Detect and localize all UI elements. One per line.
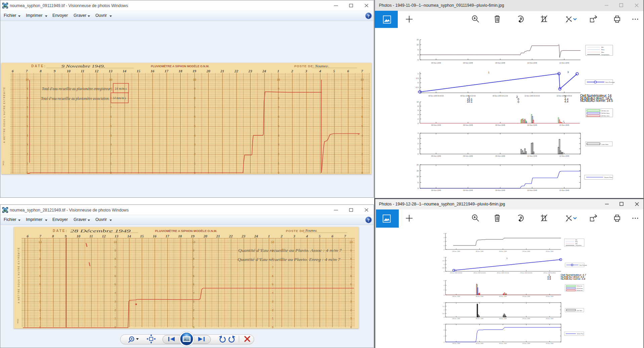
svg-text:5: 5 — [361, 124, 363, 128]
svg-text:3: 3 — [110, 143, 112, 146]
svg-text:Max: Max — [601, 51, 604, 53]
svg-text:1: 1 — [361, 162, 363, 165]
svg-text:13: 13 — [115, 234, 119, 238]
svg-text:28-Dec-1949: 28-Dec-1949 — [452, 318, 460, 319]
svg-text:Interpolation: Interpolation — [601, 54, 609, 55]
svg-text:7: 7 — [110, 106, 112, 109]
svg-text:-1: -1 — [443, 271, 444, 272]
svg-text:10-Nov-1949: 10-Nov-1949 — [559, 155, 569, 157]
svg-text:9 Novembre 1949.: 9 Novembre 1949. — [61, 64, 105, 68]
svg-text:3: 3 — [293, 234, 295, 238]
svg-text:2: 2 — [27, 152, 28, 156]
svg-text:29-Dec-1949: 29-Dec-1949 — [522, 296, 530, 297]
svg-text:8: 8 — [40, 69, 42, 73]
svg-text:28-Dec-1949: 28-Dec-1949 — [452, 343, 460, 344]
svg-text:19: 19 — [192, 69, 197, 73]
svg-text:14: 14 — [127, 234, 131, 238]
svg-text:5: 5 — [110, 124, 112, 128]
svg-text:10: 10 — [114, 240, 117, 244]
svg-text:0: 0 — [444, 245, 445, 246]
svg-text:0: 0 — [115, 325, 116, 329]
svg-text:2: 2 — [291, 69, 293, 73]
svg-text:0: 0 — [272, 325, 273, 329]
svg-text:7: 7 — [272, 266, 273, 269]
svg-text:Sans Freinage: Sans Freinage — [605, 81, 615, 83]
svg-text:2: 2 — [39, 308, 41, 312]
svg-text:1: 1 — [268, 234, 270, 238]
svg-text:09-Nov-1949: 09-Nov-1949 — [463, 124, 473, 126]
svg-text:Diff des bary: Diff des bary — [576, 288, 583, 289]
svg-text:28-Dec-1949: 28-Dec-1949 — [476, 318, 484, 319]
svg-text:4: 4 — [193, 291, 195, 295]
svg-text:8: 8 — [39, 257, 41, 261]
svg-text:3: 3 — [361, 143, 363, 146]
svg-text:4: 4 — [418, 132, 419, 134]
svg-text:16: 16 — [153, 234, 157, 238]
svg-text:8: 8 — [278, 96, 280, 100]
svg-text:4: 4 — [39, 291, 41, 295]
svg-text:4: 4 — [278, 134, 280, 137]
svg-text:10: 10 — [67, 69, 71, 73]
svg-text:1.5: 1.5 — [442, 306, 444, 307]
svg-text:Diff des max: Diff des max — [601, 115, 610, 117]
svg-text:09-Nov-1949: 09-Nov-1949 — [431, 189, 441, 191]
svg-text:11: 11 — [89, 234, 93, 238]
svg-text:Noumea·.: Noumea·. — [315, 64, 329, 68]
svg-text:4: 4 — [418, 114, 419, 116]
svg-text:1: 1 — [194, 162, 196, 165]
svg-text:2: 2 — [444, 241, 445, 242]
svg-text:7: 7 — [26, 69, 28, 73]
svg-text:6: 6 — [27, 234, 29, 238]
svg-text:09-Nov-1949: 09-Nov-1949 — [496, 62, 505, 64]
svg-text:28-Dec-1949 19:12:00: 28-Dec-1949 19:12:00 — [497, 272, 509, 274]
svg-text:28-Dec-1949: 28-Dec-1949 — [476, 343, 484, 344]
svg-text:2: 2 — [110, 152, 112, 156]
svg-text:3: 3 — [115, 300, 116, 303]
svg-text:10: 10 — [417, 101, 419, 103]
svg-text:9: 9 — [54, 69, 56, 73]
svg-text:8: 8 — [361, 96, 363, 100]
svg-text:5: 5 — [278, 124, 280, 128]
svg-text:6: 6 — [39, 274, 41, 278]
svg-text:09-Nov-1949: 09-Nov-1949 — [431, 124, 441, 126]
svg-text:29-Dec-1949: 29-Dec-1949 — [546, 343, 554, 344]
svg-text:Volume Pluie: Volume Pluie — [604, 177, 613, 178]
svg-text:1: 1 — [110, 162, 112, 165]
svg-text:0: 0 — [39, 325, 41, 329]
svg-text:1: 1 — [193, 317, 195, 320]
svg-text:09-Nov-1949: 09-Nov-1949 — [431, 62, 441, 64]
svg-text:1: 1 — [418, 148, 419, 150]
svg-text:09-Nov-1949: 09-Nov-1949 — [463, 155, 473, 157]
svg-text:9: 9 — [361, 87, 363, 90]
svg-text:21: 21 — [220, 69, 224, 73]
svg-text:8: 8 — [193, 257, 195, 261]
svg-text:6: 6 — [193, 274, 195, 278]
svg-text:0: 0 — [278, 171, 280, 175]
svg-text:6: 6 — [115, 274, 116, 278]
svg-text:6: 6 — [110, 115, 112, 118]
svg-text:7: 7 — [278, 106, 280, 109]
svg-text:10-Nov-1949: 10-Nov-1949 — [527, 155, 537, 157]
svg-text:7: 7 — [344, 234, 346, 238]
svg-text:Diff des min: Diff des min — [576, 285, 583, 287]
svg-text:28-Dec-1949: 28-Dec-1949 — [499, 296, 507, 297]
svg-text:Bary: Bary — [575, 241, 578, 242]
svg-text:18: 18 — [179, 69, 183, 73]
svg-text:09-Nov-1949: 09-Nov-1949 — [496, 189, 505, 191]
svg-text:12: 12 — [102, 234, 106, 238]
svg-text:3: 3 — [350, 300, 352, 303]
svg-text:5: 5 — [115, 283, 116, 286]
svg-text:Max: Max — [575, 243, 578, 244]
svg-text:5: 5 — [193, 283, 195, 286]
svg-text:0: 0 — [418, 122, 419, 124]
svg-text:Bary: Bary — [601, 49, 605, 50]
svg-text:-0.5: -0.5 — [442, 267, 445, 269]
svg-text:3: 3 — [305, 69, 307, 73]
svg-text:7: 7 — [115, 266, 116, 269]
svg-text:0: 0 — [444, 341, 445, 343]
svg-text:2: 2 — [193, 308, 195, 312]
svg-text:0: 0 — [444, 294, 445, 296]
svg-text:PLUVIOMÈTRE A SIPHON MODÈLE O.: PLUVIOMÈTRE A SIPHON MODÈLE O.N.M. — [155, 229, 217, 233]
svg-text:7: 7 — [361, 106, 363, 109]
svg-text:8: 8 — [52, 234, 54, 238]
